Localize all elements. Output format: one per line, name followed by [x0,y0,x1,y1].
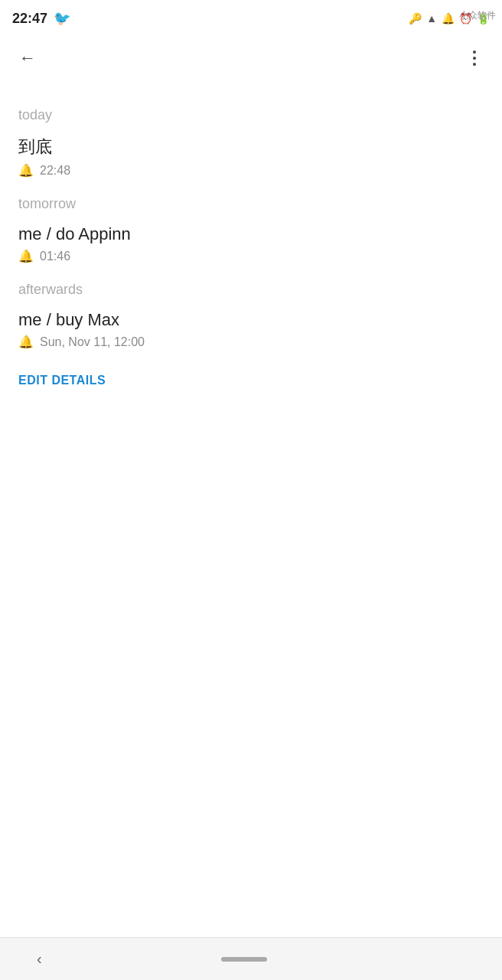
status-left: 22:47 🐦 [12,10,70,27]
task-alarm-2: 🔔 01:46 [18,249,484,263]
bell-icon-2: 🔔 [18,249,34,263]
more-dots-icon [473,51,476,66]
signal-icon: ▲ [426,12,437,24]
app-bar: ← [0,37,502,80]
edit-details-button[interactable]: EDIT DETAILS [18,374,106,387]
section-afterwards-label: afterwards [18,282,484,298]
back-button[interactable]: ← [12,43,43,74]
task-title-2: me / do Appinn [18,224,484,244]
task-item-tomorrow-1: me / do Appinn 🔔 01:46 [18,224,484,263]
nav-back-button[interactable]: ‹ [37,950,42,968]
task-title-3: me / buy Max [18,310,484,330]
bell-icon-3: 🔔 [18,335,34,349]
alarm-clock-icon: ⏰ [459,12,472,24]
task-alarm-1: 🔔 22:48 [18,163,484,178]
alarm-time-1: 22:48 [40,164,70,178]
section-today-label: today [18,107,484,123]
more-options-button[interactable] [459,43,490,74]
key-icon: 🔑 [409,12,422,24]
volume-icon: 🔔 [442,12,455,24]
alarm-time-3: Sun, Nov 11, 12:00 [40,335,145,349]
section-tomorrow-label: tomorrow [18,196,484,212]
nav-home-indicator[interactable] [221,957,267,962]
battery-icon: 🔋 [477,12,490,24]
status-time: 22:47 [12,11,47,27]
bell-icon-1: 🔔 [18,163,34,178]
bottom-nav: ‹ [0,937,502,980]
task-title-1: 到底 [18,136,484,158]
status-bar: 22:47 🐦 🔑 ▲ 🔔 ⏰ 🔋 [0,0,502,37]
alarm-time-2: 01:46 [40,250,70,263]
task-item-afterwards-1: me / buy Max 🔔 Sun, Nov 11, 12:00 [18,310,484,349]
twitter-icon: 🐦 [54,10,70,27]
task-item-today-1: 到底 🔔 22:48 [18,136,484,178]
main-content: today 到底 🔔 22:48 tomorrow me / do Appinn… [0,80,502,937]
status-right: 🔑 ▲ 🔔 ⏰ 🔋 [409,12,490,24]
task-alarm-3: 🔔 Sun, Nov 11, 12:00 [18,335,484,349]
